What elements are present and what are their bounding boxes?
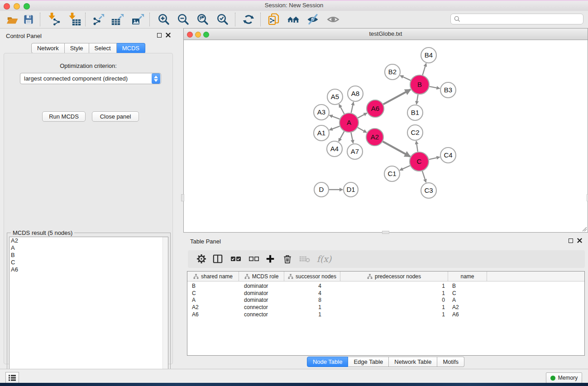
tab-edge-table[interactable]: Edge Table [348,357,389,367]
add-column-button[interactable] [264,253,277,265]
graph-edge-A-A6[interactable] [358,113,367,118]
graph-node-C4[interactable]: C4 [440,148,456,163]
refresh-button[interactable] [242,13,255,26]
table-row[interactable]: A2connector11A2 [187,304,584,311]
tab-mcds[interactable]: MCDS [117,43,145,53]
export-network-button[interactable] [92,13,105,26]
save-session-button[interactable] [22,13,35,26]
show-panels-button[interactable] [5,372,19,383]
network-canvas[interactable]: B4B2BB3A8A5A6A3B1AA1C2A2A4A7C4CC1C3DD1 [184,40,588,232]
network-close-button[interactable] [187,32,193,38]
graph-node-A7[interactable]: A7 [347,144,363,159]
close-window-button[interactable] [4,3,10,10]
run-mcds-button[interactable]: Run MCDS [42,111,86,122]
select-all-columns-button[interactable] [229,253,242,265]
zoom-in-button[interactable] [157,13,171,26]
close-panel-icon[interactable] [166,33,171,38]
graph-edge-B-B4[interactable] [423,63,426,75]
graph-node-B1[interactable]: B1 [407,105,423,120]
delete-column-button[interactable] [281,253,294,265]
import-network-button[interactable] [48,13,61,26]
graph-node-D[interactable]: D [314,182,329,197]
unselect-all-columns-button[interactable] [248,253,260,265]
graph-node-A8[interactable]: A8 [348,86,363,101]
graph-node-A4[interactable]: A4 [327,141,342,157]
table-row[interactable]: Bdominator41B [187,282,584,290]
result-item[interactable]: A2 [10,237,168,244]
criterion-dropdown[interactable]: largest connected component (directed) [20,73,161,84]
graph-edge-A-A2[interactable] [358,128,367,133]
mcds-result-list[interactable]: A2ABCA6 [9,237,168,384]
graph-edge-A-A7[interactable] [351,133,353,143]
table-row[interactable]: Adominator80A [187,296,584,304]
tab-node-table[interactable]: Node Table [307,357,349,367]
graph-edge-C-C2[interactable] [416,141,418,152]
delete-table-button[interactable] [298,253,311,265]
result-item[interactable]: A [10,244,168,252]
graph-node-C[interactable]: C [410,152,429,171]
resize-grip-icon[interactable] [582,226,587,232]
table-row[interactable]: Cdominator41C [187,290,584,297]
graph-node-B2[interactable]: B2 [385,64,400,80]
tab-network-table[interactable]: Network Table [389,357,437,367]
open-session-button[interactable] [5,13,19,26]
column-header-shared-name[interactable]: shared name [187,272,239,281]
zoom-out-button[interactable] [177,13,190,26]
graph-edge-C-C1[interactable] [400,166,410,170]
graph-node-A1[interactable]: A1 [314,125,329,141]
tab-network[interactable]: Network [31,43,65,53]
graph-edge-C-C3[interactable] [422,171,426,182]
float-panel-icon[interactable] [157,33,162,38]
memory-button[interactable]: Memory [546,372,582,383]
network-window-titlebar[interactable]: testGlobe.txt [184,29,588,40]
column-header-name[interactable]: name [448,272,487,281]
zoom-fit-button[interactable] [196,13,210,26]
graph-node-C1[interactable]: C1 [384,166,400,181]
zoom-window-button[interactable] [24,3,30,10]
duplicate-network-button[interactable] [267,13,281,26]
graph-edge-B-B2[interactable] [400,76,411,81]
zoom-selected-button[interactable] [216,13,229,26]
graph-node-B4[interactable]: B4 [421,48,436,63]
close-panel-icon[interactable] [577,238,582,243]
graph-edge-A-A5[interactable] [339,105,344,114]
list-scrollbar[interactable] [163,237,168,384]
float-panel-icon[interactable] [569,238,573,243]
tab-motifs[interactable]: Motifs [437,357,464,367]
graph-node-B[interactable]: B [410,75,429,94]
network-minimize-button[interactable] [195,32,201,38]
column-header-successor-nodes[interactable]: successor nodes [284,272,340,281]
graph-node-A[interactable]: A [339,113,359,132]
graph-edge-B-B3[interactable] [430,86,440,88]
result-item[interactable]: A6 [10,266,168,273]
function-builder-button[interactable]: f(x) [316,253,333,265]
graph-node-C2[interactable]: C2 [407,125,423,140]
tab-style[interactable]: Style [65,43,89,53]
table-row[interactable]: A6connector11A6 [187,311,584,318]
graph-node-A5[interactable]: A5 [327,89,343,105]
minimize-window-button[interactable] [14,3,20,10]
export-table-button[interactable] [111,13,124,26]
table-settings-button[interactable] [195,253,208,265]
graph-node-C3[interactable]: C3 [421,183,436,198]
network-zoom-button[interactable] [203,32,209,38]
result-item[interactable]: B [10,252,168,259]
graph-edge-A-A1[interactable] [330,126,340,130]
graph-node-A2[interactable]: A2 [366,129,383,146]
show-all-button[interactable] [326,13,340,26]
graph-edge-A2-C[interactable] [383,142,410,157]
home-view-button[interactable] [287,13,300,26]
search-input[interactable] [463,15,583,23]
split-view-button[interactable] [211,253,224,265]
graph-edge-A-A4[interactable] [339,131,344,141]
graph-node-A3[interactable]: A3 [314,105,329,120]
graph-node-B3[interactable]: B3 [440,82,456,98]
column-header-predecessor-nodes[interactable]: predecessor nodes [340,272,448,281]
result-item[interactable]: C [10,259,168,266]
vertical-scrollbar-nub[interactable] [181,194,184,201]
tab-select[interactable]: Select [89,43,117,53]
column-header-mcds-role[interactable]: MCDS role [239,272,284,281]
graph-edge-A-A3[interactable] [330,115,340,119]
close-panel-button[interactable]: Close panel [92,111,139,122]
export-image-button[interactable] [131,13,145,26]
